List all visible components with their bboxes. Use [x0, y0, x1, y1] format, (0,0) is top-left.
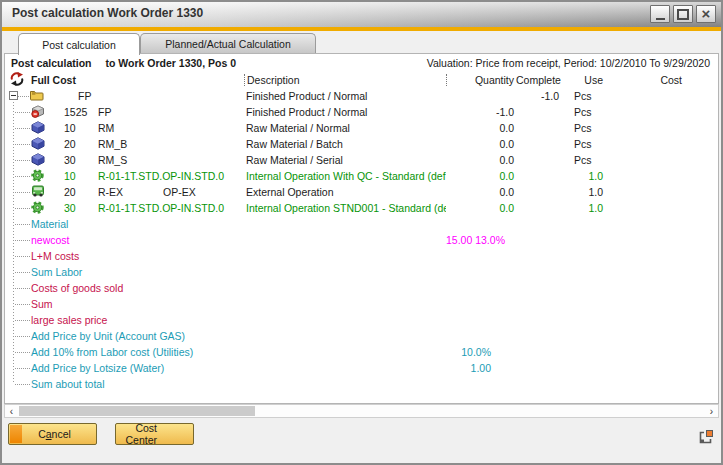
cell-use: Pcs: [561, 90, 611, 102]
table-row[interactable]: 30R-01-1T.STD.OP-IN.STD.0Internal Operat…: [5, 200, 718, 216]
tab-post-calculation[interactable]: Post calculation: [18, 33, 140, 55]
table-row[interactable]: 1525FPFinished Product / Normal-1.0Pcs: [5, 104, 718, 120]
row-label: large sales price: [31, 314, 107, 326]
folder-icon: [29, 89, 44, 103]
row-label: Add Price by Lotsize (Water): [31, 362, 164, 374]
row-number: 10: [64, 170, 76, 182]
footer-bar: Cancel Cost Center: [2, 418, 721, 463]
form-settings-icon[interactable]: [699, 430, 713, 444]
table-row[interactable]: L+M costs: [5, 248, 718, 264]
cell-description: Finished Product / Normal: [244, 90, 446, 102]
scroll-thumb[interactable]: [19, 406, 255, 416]
table-row[interactable]: 10RMRaw Material / Normal0.0Pcs: [5, 120, 718, 136]
cell-use: Pcs: [561, 138, 611, 150]
cell-quantity: 0.0: [446, 138, 516, 150]
default-button-stripe: [10, 425, 22, 443]
tree-connector: [15, 224, 30, 225]
table-row[interactable]: newcost15.00 13.0%: [5, 232, 718, 248]
info-bar: Post calculation to Work Order 1330, Pos…: [5, 54, 718, 71]
header-use[interactable]: Use: [561, 74, 611, 86]
info-subtitle: to Work Order 1330, Pos 0: [106, 57, 237, 69]
table-row[interactable]: Add Price by Unit (Account GAS): [5, 328, 718, 344]
cell-use: 1.0: [561, 186, 611, 198]
tree-connector: [15, 144, 30, 145]
gear-icon: [31, 201, 44, 216]
tree-cell: newcost: [5, 232, 244, 248]
tree-cell: Sum: [5, 296, 244, 312]
tree-connector: [15, 368, 30, 369]
header-description[interactable]: Description: [244, 74, 446, 86]
cell-quantity: 0.0: [446, 186, 516, 198]
header-cost[interactable]: Cost: [611, 74, 718, 86]
table-row[interactable]: 10R-01-1T.STD.OP-IN.STD.0Internal Operat…: [5, 168, 718, 184]
recalculate-icon[interactable]: [9, 72, 25, 88]
cell-use: 1.0: [561, 170, 611, 182]
table-row[interactable]: 20RM_BRaw Material / Batch0.0Pcs: [5, 136, 718, 152]
cell-quantity: 10.0%: [446, 346, 516, 358]
table-row[interactable]: Add 10% from Labor cost (Utilities)10.0%: [5, 344, 718, 360]
table-row[interactable]: Material: [5, 216, 718, 232]
post-calculation-panel: Post calculation to Work Order 1330, Pos…: [4, 53, 719, 404]
cell-quantity: 15.00 13.0%: [446, 234, 516, 246]
row-number: 10: [64, 122, 76, 134]
row-number: 20: [64, 138, 76, 150]
cancel-button[interactable]: Cancel: [8, 423, 97, 445]
maximize-button[interactable]: [673, 5, 693, 23]
cost-center-button[interactable]: Cost Center: [115, 423, 194, 445]
table-row[interactable]: Sum: [5, 296, 718, 312]
row-operation-code: OP-EX: [163, 186, 196, 198]
header-quantity[interactable]: Quantity: [446, 74, 516, 86]
tree-connector: [15, 304, 30, 305]
row-code: FP: [98, 106, 111, 118]
cell-quantity: 0.0: [446, 154, 516, 166]
table-row[interactable]: FPFinished Product / Normal-1.0Pcs: [5, 88, 718, 104]
cell-description: Finished Product / Normal: [244, 106, 446, 118]
post-calculation-window: Post calculation Work Order 1330 × Post …: [0, 0, 723, 465]
tree-connector: [15, 160, 30, 161]
scroll-right-button[interactable]: ›: [705, 405, 718, 417]
tree-cell: Costs of goods sold: [5, 280, 244, 296]
row-code: RM_S: [98, 154, 127, 166]
info-title: Post calculation: [11, 57, 92, 69]
cancel-label: Cancel: [38, 428, 71, 440]
close-button[interactable]: ×: [696, 5, 716, 23]
table-body: FPFinished Product / Normal-1.0Pcs1525FP…: [5, 88, 718, 392]
cell-description: Raw Material / Batch: [244, 138, 446, 150]
tree-cell: Sum about total: [5, 376, 244, 392]
table-row[interactable]: Sum about total: [5, 376, 718, 392]
table-row[interactable]: large sales price: [5, 312, 718, 328]
horizontal-scrollbar[interactable]: ‹ ›: [4, 404, 719, 418]
table-row[interactable]: Costs of goods sold: [5, 280, 718, 296]
row-code: R-01-1T.STD.OP-IN.STD.0: [98, 202, 224, 214]
table-row[interactable]: 30RM_SRaw Material / Serial0.0Pcs: [5, 152, 718, 168]
tree-connector: [18, 96, 29, 97]
tree-connector: [15, 112, 30, 113]
tree-connector: [15, 256, 30, 257]
table-row[interactable]: 20R-EXOP-EXExternal Operation0.01.0: [5, 184, 718, 200]
header-full-cost[interactable]: Full Cost: [5, 74, 244, 86]
row-code: RM_B: [98, 138, 127, 150]
tab-planned-actual-calculation[interactable]: Planned/Actual Calculation: [140, 33, 316, 53]
row-number: 30: [64, 154, 76, 166]
cell-use: Pcs: [561, 154, 611, 166]
row-label: Add Price by Unit (Account GAS): [31, 330, 185, 342]
cell-use: Pcs: [561, 106, 611, 118]
tree-connector: [15, 272, 30, 273]
tree-connector: [15, 320, 30, 321]
tree-expander-icon[interactable]: [9, 91, 18, 100]
tree-cell: 1525FP: [5, 104, 244, 120]
scroll-left-button[interactable]: ‹: [5, 405, 18, 417]
minimize-button[interactable]: [650, 5, 670, 23]
tree-connector: [15, 128, 30, 129]
cell-quantity: -1.0: [446, 106, 516, 118]
header-complete[interactable]: Complete: [516, 74, 561, 86]
row-label: Costs of goods sold: [31, 282, 123, 294]
tree-cell: 10R-01-1T.STD.OP-IN.STD.0: [5, 168, 244, 184]
product-icon: [31, 105, 45, 120]
tree-connector: [15, 240, 30, 241]
row-label: Add 10% from Labor cost (Utilities): [31, 346, 193, 358]
cell-quantity: 0.0: [446, 122, 516, 134]
table-row[interactable]: Add Price by Lotsize (Water)1.00: [5, 360, 718, 376]
tree-cell: L+M costs: [5, 248, 244, 264]
table-row[interactable]: Sum Labor: [5, 264, 718, 280]
